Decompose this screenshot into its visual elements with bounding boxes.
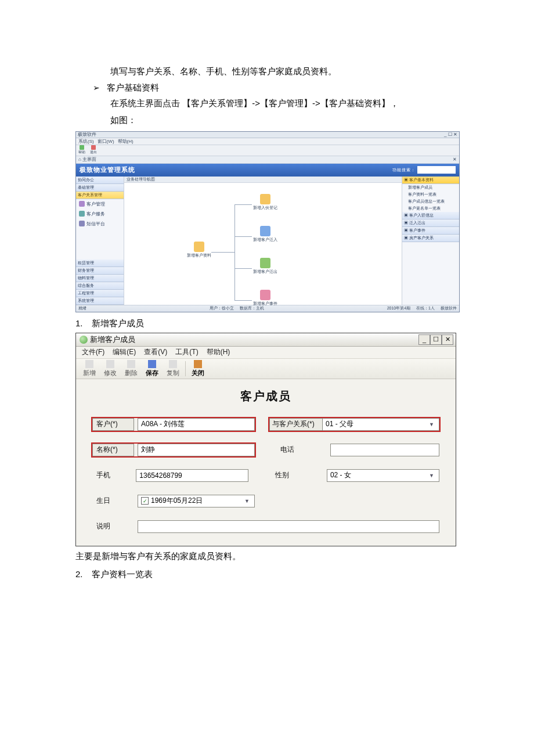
chevron-down-icon[interactable]: ▼: [429, 422, 436, 427]
rp-rename-list[interactable]: 客户更名单一览表: [402, 205, 459, 212]
acc-material[interactable]: 物料管理: [76, 275, 124, 282]
birthday-field[interactable]: ✓ 1969年05月22日 ▼: [138, 495, 255, 507]
event-icon: [260, 290, 270, 300]
right-panel: ▣ 客户基本资料 新增客户成员 客户资料一览表 客户成员信息一览表 客户更名单一…: [402, 177, 459, 305]
dialog-titlebar: 新增客户成员 _ ☐ ✕: [76, 333, 456, 347]
phone-field[interactable]: [330, 444, 439, 456]
acc-finance[interactable]: 财务管理: [76, 267, 124, 275]
menu-view[interactable]: 查看(V): [144, 347, 167, 357]
nav-sms-platform[interactable]: 短信平台: [76, 219, 124, 229]
num-1-text: 新增客户成员: [92, 318, 144, 329]
customer-label: 客户(*): [92, 418, 134, 431]
status-user: 用户：徐小立: [210, 305, 234, 311]
acc-system[interactable]: 系统管理: [76, 297, 124, 305]
edit-icon: [106, 360, 114, 368]
birthday-label: 生日: [92, 495, 134, 507]
menu-window[interactable]: 窗口(W): [98, 138, 114, 145]
toolbar-delete[interactable]: 删除: [121, 360, 141, 377]
mobile-field[interactable]: 13654268799: [136, 469, 248, 482]
rp-member-list[interactable]: 客户成员信息一览表: [402, 198, 459, 205]
service-icon: [79, 211, 85, 217]
bullet-body-b: 如图：: [110, 113, 459, 128]
toolbar-new[interactable]: 新增: [80, 360, 99, 377]
tab-bar: ⌂ 主界面 ✕: [76, 156, 459, 164]
flow-root[interactable]: 新增客户资料: [187, 242, 211, 258]
remark-label: 说明: [92, 520, 134, 533]
remark-field[interactable]: [138, 520, 439, 533]
screenshot-add-member-dialog: 新增客户成员 _ ☐ ✕ 文件(F) 编辑(E) 查看(V) 工具(T) 帮助(…: [75, 333, 456, 546]
copy-icon: [169, 360, 177, 368]
flow-movein[interactable]: 新增客户迁入: [253, 226, 277, 243]
toolbar-help-button[interactable]: 帮助: [78, 145, 85, 155]
menu-system[interactable]: 系统(S): [78, 138, 94, 145]
tab-main[interactable]: ⌂ 主界面: [78, 156, 96, 163]
acc-project[interactable]: 工程管理: [76, 290, 124, 297]
nav-customer-manage[interactable]: 客户管理: [76, 199, 124, 209]
screenshot-main-system: 极致软件 _ ☐ ✕ 系统(S) 窗口(W) 帮助(H) 帮助 退出 ⌂ 主界面…: [75, 131, 460, 312]
banner: 极致物业管理系统 功能搜索：: [76, 164, 459, 177]
chevron-down-icon[interactable]: ▼: [429, 473, 436, 478]
new-icon: [85, 360, 93, 368]
nav-customer-service[interactable]: 客户服务: [76, 209, 124, 219]
rp-add-member[interactable]: 新增客户成员: [402, 184, 459, 191]
dialog-toolbar: 新增 修改 删除 保存 复制 关闭: [76, 359, 456, 379]
banner-title: 极致物业管理系统: [80, 165, 135, 174]
menu-edit[interactable]: 编辑(E): [113, 347, 136, 357]
acc-basic[interactable]: 基础管理: [76, 184, 124, 192]
main-toolbar: 帮助 退出: [76, 145, 459, 156]
moveout-icon: [260, 258, 270, 268]
chevron-down-icon[interactable]: ▼: [244, 498, 251, 504]
rp-event[interactable]: ▣ 客户事件: [402, 227, 459, 235]
menu-help[interactable]: 帮助(H): [207, 347, 230, 357]
close-button[interactable]: ✕: [442, 334, 453, 345]
acc-lease[interactable]: 租赁管理: [76, 260, 124, 267]
flow-moveout[interactable]: 新增客户迁出: [253, 258, 277, 275]
status-online: 在线：1人: [416, 305, 435, 311]
rp-property-rel[interactable]: ▣ 房产客户关系: [402, 235, 459, 242]
gender-field[interactable]: 02 - 女 ▼: [327, 469, 439, 482]
name-field[interactable]: 刘静: [138, 444, 255, 456]
search-input[interactable]: [417, 166, 456, 174]
app-icon: [80, 336, 88, 344]
minimize-button[interactable]: _: [418, 334, 430, 345]
num-item-2: 2. 客户资料一览表: [75, 569, 459, 580]
delete-icon: [127, 360, 135, 368]
maximize-button[interactable]: ☐: [430, 334, 442, 345]
toolbar-edit[interactable]: 修改: [100, 360, 120, 377]
acc-general[interactable]: 综合服务: [76, 282, 124, 290]
toolbar-copy[interactable]: 复制: [163, 360, 183, 377]
acc-collab[interactable]: 协同办公: [76, 177, 124, 184]
status-brand: 极致软件: [441, 305, 457, 311]
relation-group: 与客户关系(*) 01 - 父母 ▼: [269, 418, 439, 431]
relation-field[interactable]: 01 - 父母 ▼: [323, 418, 439, 431]
tab-close-icon[interactable]: ✕: [453, 157, 457, 162]
window-control-icons[interactable]: _ ☐ ✕: [444, 132, 457, 137]
flow-checkin[interactable]: 新增入伙登记: [253, 194, 277, 211]
toolbar-exit-button[interactable]: 退出: [90, 145, 97, 155]
birthday-checkbox[interactable]: ✓: [141, 497, 149, 505]
status-ready: 就绪: [78, 305, 86, 311]
status-db: 数据库：主机: [240, 305, 264, 311]
num-1: 1.: [75, 318, 92, 328]
sms-icon: [79, 221, 85, 226]
window-title: 极致软件: [78, 131, 96, 138]
rp-basic[interactable]: ▣ 客户基本资料: [402, 177, 459, 184]
toolbar-save[interactable]: 保存: [142, 360, 162, 377]
customer-field[interactable]: A08A - 刘伟莲: [138, 418, 255, 431]
rp-cust-list[interactable]: 客户资料一览表: [402, 191, 459, 198]
menu-tools[interactable]: 工具(T): [175, 347, 198, 357]
acc-crm[interactable]: 客户关系管理: [76, 192, 124, 199]
rp-move[interactable]: ▣ 迁入迁出: [402, 219, 459, 227]
rp-occupancy[interactable]: ▣ 客户入驻信息: [402, 212, 459, 219]
search-label: 功能搜索：: [392, 167, 416, 173]
dialog-menu[interactable]: 文件(F) 编辑(E) 查看(V) 工具(T) 帮助(H): [76, 347, 456, 359]
window-titlebar: 极致软件 _ ☐ ✕: [76, 132, 459, 138]
exit-icon: [91, 145, 96, 150]
name-label: 名称(*): [92, 444, 134, 456]
flow-event[interactable]: 新增客户事件: [253, 290, 277, 307]
menu-file[interactable]: 文件(F): [82, 347, 104, 357]
main-menu[interactable]: 系统(S) 窗口(W) 帮助(H): [76, 138, 459, 145]
num-2: 2.: [75, 569, 92, 579]
menu-help[interactable]: 帮助(H): [118, 138, 134, 145]
toolbar-close[interactable]: 关闭: [188, 360, 208, 377]
